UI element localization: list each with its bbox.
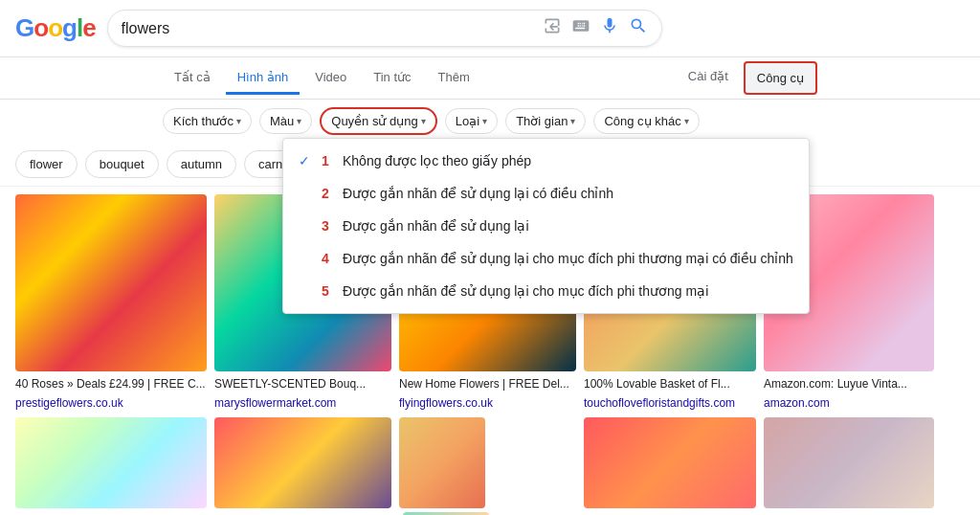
image-item-3b[interactable] [399,417,485,508]
filter-more-tools-arrow: ▾ [684,116,689,126]
chip-bouquet[interactable]: bouquet [85,150,159,178]
filter-type-label: Loại [456,114,479,128]
filter-rights[interactable]: Quyền sử dụng ▾ [320,107,437,135]
filter-time-label: Thời gian [516,114,568,128]
filter-time-arrow: ▾ [570,116,575,126]
dropdown-num-3: 3 [322,218,335,234]
tab-more[interactable]: Thêm [427,62,481,95]
header: Google [0,0,980,57]
image-source-3[interactable]: flyingflowers.co.uk [399,396,576,414]
image-caption-4: 100% Lovable Basket of Fl... [584,375,756,392]
filter-color[interactable]: Màu ▾ [259,108,312,134]
filter-rights-arrow: ▾ [421,116,426,126]
dropdown-label-4: Được gắn nhãn để sử dụng lại cho mục đíc… [343,251,793,266]
image-caption-5: Amazon.com: Luyue Vinta... [764,375,934,392]
search-icons [543,16,648,40]
chip-flower[interactable]: flower [15,150,78,178]
image-source-2[interactable]: marysflowermarket.com [214,396,391,414]
filter-more-tools[interactable]: Công cụ khác ▾ [593,108,699,134]
filter-time[interactable]: Thời gian ▾ [505,108,586,134]
image-item-1b[interactable] [15,417,207,508]
dropdown-num-4: 4 [322,251,335,266]
dropdown-item-2[interactable]: 2 Được gắn nhãn để sử dụng lại có điều c… [283,177,809,210]
dropdown-item-1[interactable]: ✓ 1 Không được lọc theo giấy phép [283,145,809,177]
dropdown-check-1: ✓ [299,153,314,168]
filter-row: Kích thước ▾ Màu ▾ Quyền sử dụng ▾ Loại … [0,100,980,143]
image-source-4[interactable]: touchoflovefloristandgifts.com [584,396,756,414]
filter-type-arrow: ▾ [482,116,487,126]
image-source-1[interactable]: prestigeflowers.co.uk [15,396,207,414]
filter-type[interactable]: Loại ▾ [445,108,498,134]
filter-size-label: Kích thước [173,114,234,128]
filter-size-arrow: ▾ [236,116,241,126]
filter-size[interactable]: Kích thước ▾ [163,108,252,134]
tab-tools[interactable]: Công cụ [744,61,817,95]
image-item-2b[interactable] [214,417,391,508]
dropdown-label-2: Được gắn nhãn để sử dụng lại có điều chỉ… [343,186,613,201]
image-col-1: 40 Roses » Deals £24.99 | FREE C... pres… [15,194,207,515]
tab-right-group: Cài đặt Công cụ [677,61,817,95]
tab-settings[interactable]: Cài đặt [677,61,740,95]
dropdown-item-3[interactable]: 3 Được gắn nhãn để sử dụng lại [283,210,809,242]
filter-more-tools-label: Công cụ khác [604,114,680,128]
tab-images[interactable]: Hình ảnh [226,62,301,95]
tabs-row: Tất cả Hình ảnh Video Tin tức Thêm Cài đ… [0,57,980,100]
tab-news[interactable]: Tin tức [362,62,422,95]
dropdown-num-5: 5 [322,283,335,299]
image-caption-3: New Home Flowers | FREE Del... [399,375,576,392]
search-bar [107,10,662,47]
dropdown-label-1: Không được lọc theo giấy phép [343,153,531,168]
search-submit-icon[interactable] [629,16,648,40]
image-caption-1: 40 Roses » Deals £24.99 | FREE C... [15,375,207,392]
image-item-1[interactable] [15,194,207,371]
image-source-5[interactable]: amazon.com [764,396,934,414]
dropdown-item-5[interactable]: 5 Được gắn nhãn để sử dụng lại cho mục đ… [283,275,809,307]
google-logo[interactable]: Google [15,13,96,43]
rights-dropdown: ✓ 1 Không được lọc theo giấy phép 2 Được… [282,138,810,314]
image-search-icon[interactable] [543,16,562,40]
dropdown-num-2: 2 [322,186,335,201]
tab-video[interactable]: Video [303,62,358,95]
search-input[interactable] [122,20,535,37]
dropdown-num-1: 1 [322,153,335,168]
keyboard-icon[interactable] [571,16,590,40]
dropdown-label-3: Được gắn nhãn để sử dụng lại [343,218,529,234]
filter-rights-label: Quyền sử dụng [331,114,418,128]
image-caption-2: SWEETLY-SCENTED Bouq... [214,375,391,392]
voice-search-icon[interactable] [600,16,619,40]
image-item-5b[interactable] [764,417,934,508]
filter-color-label: Màu [270,114,294,128]
tab-all[interactable]: Tất cả [163,62,222,95]
chip-autumn[interactable]: autumn [167,150,236,178]
dropdown-label-5: Được gắn nhãn để sử dụng lại cho mục đíc… [343,283,708,299]
dropdown-item-4[interactable]: 4 Được gắn nhãn để sử dụng lại cho mục đ… [283,242,809,275]
filter-color-arrow: ▾ [297,116,301,126]
image-item-4b[interactable] [584,417,756,508]
